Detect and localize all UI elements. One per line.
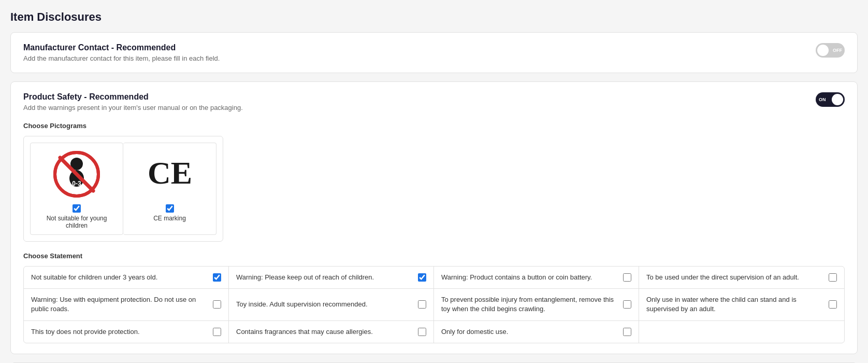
statements-row-3: This toy does not provide protection. Co…	[24, 321, 844, 343]
statement-cell: Warning: Product contains a button or co…	[434, 267, 639, 288]
statements-grid: Not suitable for children under 3 years …	[23, 266, 845, 343]
statement-cell: Contains fragrances that may cause aller…	[229, 321, 434, 343]
product-safety-section: Product Safety - Recommended Add the war…	[10, 81, 858, 354]
statement-cell-empty	[639, 321, 844, 343]
statement-text: Contains fragrances that may cause aller…	[236, 327, 414, 337]
product-safety-toggle[interactable]: ON	[816, 92, 845, 107]
statement-text: Warning: Use with equipment protection. …	[31, 295, 209, 314]
statement-text: Not suitable for children under 3 years …	[31, 273, 209, 282]
statement-text: Warning: Product contains a button or co…	[441, 273, 619, 282]
manufacturer-contact-subtitle: Add the manufacturer contact for this it…	[23, 54, 220, 62]
statement-checkbox[interactable]	[829, 300, 837, 309]
ce-marking-checkbox[interactable]	[166, 204, 174, 213]
manufacturer-contact-toggle[interactable]: OFF	[816, 43, 845, 58]
svg-text:0-3: 0-3	[72, 180, 81, 187]
pictogram-young-children: 0-3 Not suitable for young children	[30, 143, 123, 235]
toggle-on-label: ON	[819, 97, 826, 102]
product-safety-subtitle: Add the warnings present in your item's …	[23, 104, 243, 111]
statement-text: Only use in water where the child can st…	[646, 295, 824, 314]
statements-row-2: Warning: Use with equipment protection. …	[24, 289, 844, 320]
statement-cell: To be used under the direct supervision …	[639, 267, 844, 288]
statement-text: To be used under the direct supervision …	[646, 273, 824, 282]
statement-checkbox[interactable]	[418, 300, 426, 309]
statement-cell: Only use in water where the child can st…	[639, 289, 844, 320]
ce-marking-label: CE marking	[153, 215, 186, 222]
statement-text: Toy inside. Adult supervision recommende…	[236, 300, 414, 309]
statements-row-1: Not suitable for children under 3 years …	[24, 267, 844, 289]
svg-text:CE: CE	[147, 155, 192, 190]
ce-marking-icon: CE	[144, 148, 196, 200]
choose-pictograms-label: Choose Pictograms	[23, 122, 845, 130]
statement-text: To prevent possible injury from entangle…	[441, 295, 619, 314]
young-children-checkbox[interactable]	[73, 204, 81, 213]
statement-checkbox[interactable]	[213, 300, 221, 309]
page-title: Item Disclosures	[10, 10, 858, 24]
statement-cell: Toy inside. Adult supervision recommende…	[229, 289, 434, 320]
statement-checkbox[interactable]	[418, 328, 426, 336]
statement-cell: Not suitable for children under 3 years …	[24, 267, 229, 288]
manufacturer-contact-title: Manufacturer Contact - Recommended	[23, 43, 220, 52]
choose-statement-label: Choose Statement	[23, 252, 845, 260]
statement-checkbox[interactable]	[213, 273, 221, 282]
young-children-label: Not suitable for young children	[36, 215, 118, 229]
manufacturer-contact-section: Manufacturer Contact - Recommended Add t…	[10, 32, 858, 73]
statement-text: This toy does not provide protection.	[31, 327, 209, 337]
pictograms-container: 0-3 Not suitable for young children CE C…	[23, 136, 223, 242]
statement-cell: To prevent possible injury from entangle…	[434, 289, 639, 320]
statement-checkbox[interactable]	[213, 328, 221, 336]
statement-cell: This toy does not provide protection.	[24, 321, 229, 343]
toggle-off-label: OFF	[833, 48, 842, 53]
statement-checkbox[interactable]	[623, 328, 631, 336]
statement-checkbox[interactable]	[418, 273, 426, 282]
statement-cell: Warning: Use with equipment protection. …	[24, 289, 229, 320]
statement-text: Warning: Please keep out of reach of chi…	[236, 273, 414, 282]
statement-checkbox[interactable]	[829, 273, 837, 282]
statement-cell: Only for domestic use.	[434, 321, 639, 343]
statement-text: Only for domestic use.	[441, 327, 619, 337]
young-children-icon: 0-3	[51, 148, 103, 200]
statement-checkbox[interactable]	[623, 273, 631, 282]
pictogram-ce-marking: CE CE marking	[123, 143, 216, 235]
statement-cell: Warning: Please keep out of reach of chi…	[229, 267, 434, 288]
product-safety-title: Product Safety - Recommended	[23, 92, 243, 102]
statement-checkbox[interactable]	[623, 300, 631, 309]
